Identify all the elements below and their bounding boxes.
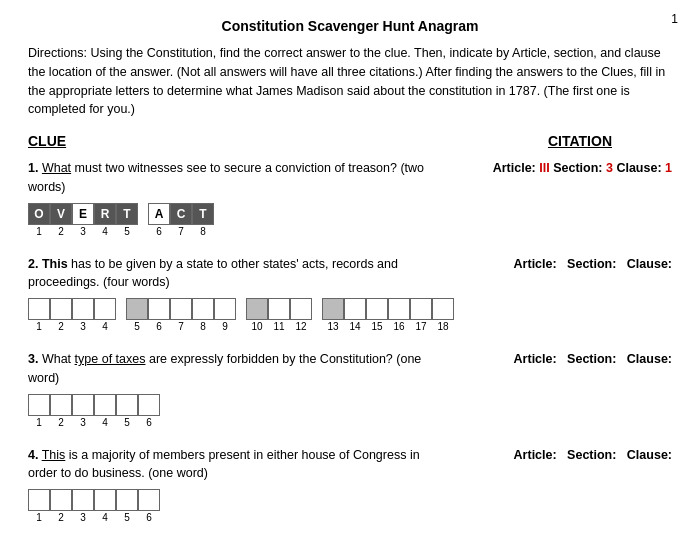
- page-title: Constitution Scavenger Hunt Anagram: [28, 18, 672, 34]
- q3-citation: Article: Section: Clause:: [514, 350, 672, 366]
- question-1: 1. What must two witnesses see to secure…: [28, 159, 672, 237]
- q3-text: 3. What type of taxes are expressly forb…: [28, 350, 448, 388]
- q3-answer-grid: 1 2 3 4 5 6: [28, 394, 672, 428]
- clue-header: CLUE: [28, 133, 66, 149]
- q4-answer-grid: 1 2 3 4 5 6: [28, 489, 672, 523]
- directions: Directions: Using the Constitution, find…: [28, 44, 672, 119]
- q4-citation: Article: Section: Clause:: [514, 446, 672, 462]
- question-3: 3. What type of taxes are expressly forb…: [28, 350, 672, 428]
- q1-answer-grid: O 1 V 2 E 3 R 4 T 5 A 6 C 7: [28, 203, 672, 237]
- citation-header: CITATION: [548, 133, 612, 149]
- q1-citation: Article: III Section: 3 Clause: 1: [493, 159, 672, 175]
- q2-answer-grid: 1 2 3 4 5 6 7 8 9 10 11 12 13 14 15 16 1…: [28, 298, 672, 332]
- page-number: 1: [671, 12, 678, 26]
- q4-text: 4. This is a majority of members present…: [28, 446, 448, 484]
- question-2: 2. This has to be given by a state to ot…: [28, 255, 672, 333]
- q1-text: 1. What must two witnesses see to secure…: [28, 159, 448, 197]
- q2-citation: Article: Section: Clause:: [514, 255, 672, 271]
- question-4: 4. This is a majority of members present…: [28, 446, 672, 524]
- q2-text: 2. This has to be given by a state to ot…: [28, 255, 448, 293]
